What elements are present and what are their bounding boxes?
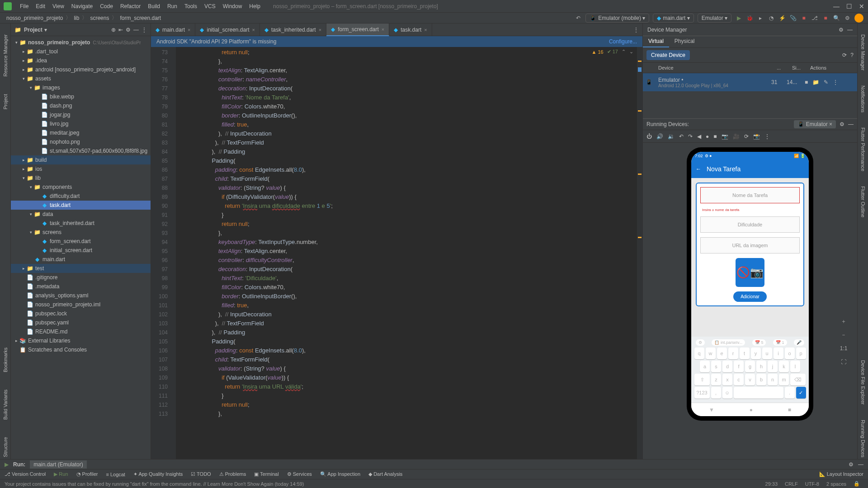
tab-flutter-performance[interactable]: Flutter Performance — [860, 126, 866, 173]
keyboard-key[interactable]: i — [774, 347, 783, 359]
menu-edit[interactable]: Edit — [32, 3, 49, 9]
zoom-out-icon[interactable]: － — [839, 330, 848, 339]
maximize-icon[interactable]: ☐ — [846, 3, 852, 10]
bottom-tab-app-quality-insights[interactable]: ✦ App Quality Insights — [133, 471, 183, 477]
keyboard-key[interactable]: z — [711, 374, 721, 385]
keyboard-key[interactable]: ?123 — [694, 387, 710, 399]
bottom-tab-app-inspection[interactable]: 🔍 App Inspection — [320, 471, 360, 477]
tree-item[interactable]: 📄dash.png — [11, 101, 151, 110]
tab-flutter-outline[interactable]: Flutter Outline — [860, 184, 866, 219]
keyboard-key[interactable]: o — [785, 347, 795, 359]
tree-item[interactable]: ▾📁images — [11, 83, 151, 92]
phone-input-url[interactable]: URL da imagem — [700, 237, 800, 253]
tab-bookmarks[interactable]: Bookmarks — [3, 346, 8, 374]
git-icon[interactable]: ⎇ — [811, 14, 818, 22]
line-separator[interactable]: CRLF — [781, 481, 802, 487]
tree-item[interactable]: ▾📁lib — [11, 174, 151, 183]
encoding[interactable]: UTF-8 — [802, 481, 823, 487]
menu-run[interactable]: Run — [164, 3, 181, 9]
gear-icon[interactable]: ⚙ — [849, 461, 854, 468]
keyboard-key[interactable]: f — [734, 361, 744, 372]
tree-item[interactable]: ◆initial_screen.dart — [11, 246, 151, 255]
keyboard-key[interactable]: j — [768, 361, 778, 372]
device-selector[interactable]: 📱Emulator (mobile) ▾ — [585, 14, 649, 23]
tree-item[interactable]: ▾📁screens — [11, 228, 151, 237]
project-tree[interactable]: ▾📁 nosso_primeiro_projeto C:\Users\Otavi… — [11, 36, 151, 459]
keyboard-key[interactable]: a — [700, 361, 710, 372]
tree-item[interactable]: 📄meditar.jpeg — [11, 128, 151, 137]
hide-icon[interactable]: — — [847, 27, 853, 33]
volume-up-icon[interactable]: 🔊 — [656, 133, 663, 140]
menu-file[interactable]: File — [16, 3, 32, 9]
create-device-button[interactable]: Create Device — [646, 50, 690, 60]
close-icon[interactable]: ✕ — [859, 3, 864, 10]
tree-item[interactable]: 📄pubspec.yaml — [11, 318, 151, 327]
menu-tools[interactable]: Tools — [181, 3, 201, 9]
tree-item[interactable]: 📄README.md — [11, 327, 151, 336]
tree-item[interactable]: ▸📁.idea — [11, 56, 151, 65]
tree-item[interactable]: 📄bike.webp — [11, 92, 151, 101]
tree-item[interactable]: ◆main.dart — [11, 255, 151, 264]
tree-item[interactable]: 📄.metadata — [11, 282, 151, 291]
tree-item[interactable]: 📄pubspec.lock — [11, 309, 151, 318]
keyboard-key[interactable]: r — [728, 347, 738, 359]
tree-item[interactable]: ◆task.dart — [11, 201, 151, 210]
tree-item[interactable]: ◆difficulty.dart — [11, 192, 151, 201]
menu-refactor[interactable]: Refactor — [117, 3, 144, 9]
run-icon[interactable]: ▶ — [735, 14, 742, 22]
menu-vcs[interactable]: VCS — [201, 3, 219, 9]
record-icon[interactable]: 🎥 — [733, 133, 740, 140]
phone-input-name[interactable]: Nome da Tarefa — [700, 187, 800, 203]
configure-link[interactable]: Configure... — [609, 38, 637, 45]
zoom-reset-icon[interactable]: 1:1 — [839, 344, 848, 353]
run-config[interactable]: main.dart (Emulator) — [30, 460, 86, 469]
snapshot-icon[interactable]: 📸 — [753, 133, 760, 140]
keyboard-key[interactable]: c — [734, 374, 744, 385]
editor-tab[interactable]: ◆task.dart× — [389, 23, 432, 36]
menu-view[interactable]: View — [49, 3, 68, 9]
inspection-summary[interactable]: ▲ 16 ✔ 17 ⌃⌄ — [591, 49, 633, 55]
hide-icon[interactable]: — — [133, 27, 139, 33]
bottom-tab-todo[interactable]: ☑ TODO — [191, 471, 211, 477]
tree-item[interactable]: ▾📁assets — [11, 74, 151, 83]
breadcrumb-part[interactable]: screens — [88, 15, 111, 21]
rotate-right-icon[interactable]: ↷ — [688, 133, 693, 140]
editor-tab[interactable]: ◆form_screen.dart× — [326, 23, 389, 36]
tree-item[interactable]: 📄livro.jpg — [11, 119, 151, 128]
indent[interactable]: 2 spaces — [823, 481, 850, 487]
keyboard-key[interactable]: 📋 int.parseIv... — [712, 339, 745, 346]
power-icon[interactable]: ⏻ — [646, 133, 652, 140]
tree-item[interactable]: ▸📁ios — [11, 164, 151, 174]
tree-item[interactable]: ◆task_inherited.dart — [11, 219, 151, 228]
tree-external[interactable]: ▸📚 External Libraries — [11, 336, 151, 345]
keyboard-key[interactable]: v — [745, 374, 755, 385]
more-icon[interactable]: ⋮ — [142, 27, 147, 33]
keyboard-key[interactable]: x — [722, 374, 732, 385]
keyboard-key[interactable]: u — [762, 347, 772, 359]
tree-item[interactable]: 📄jogar.jpg — [11, 110, 151, 119]
bottom-tab-services[interactable]: ⚙ Services — [287, 471, 312, 477]
bottom-tab-profiler[interactable]: ◔ Profiler — [76, 471, 98, 477]
keyboard-key[interactable]: t — [740, 347, 750, 359]
tree-item[interactable]: ◆form_screen.dart — [11, 237, 151, 246]
error-stripe[interactable] — [637, 47, 642, 459]
target-icon[interactable]: ⊕ — [111, 27, 116, 33]
phone-add-button[interactable]: Adicionar — [733, 291, 767, 302]
tree-item[interactable]: 📄st,small,507x507-pad,600x600,f8f8f8.jpg — [11, 146, 151, 155]
keyboard-key[interactable]: s — [711, 361, 721, 372]
tree-item[interactable]: ▸📁build — [11, 155, 151, 164]
folder-icon[interactable]: 📁 — [812, 79, 819, 85]
running-emulator-tab[interactable]: 📱 Emulator × — [794, 120, 836, 128]
menu-help[interactable]: Help — [245, 3, 264, 9]
editor-tab[interactable]: ◆task_inherited.dart× — [260, 23, 326, 36]
keyboard-key[interactable] — [734, 387, 783, 399]
tree-item[interactable]: ▾📁data — [11, 210, 151, 219]
cursor-position[interactable]: 29:33 — [762, 481, 782, 487]
menu-build[interactable]: Build — [144, 3, 164, 9]
bottom-tab-problems[interactable]: ⚠ Problems — [219, 471, 246, 477]
keyboard-key[interactable]: 🎤 — [794, 339, 804, 346]
keyboard-key[interactable]: g — [745, 361, 755, 372]
nav-overview-icon[interactable]: ■ — [788, 407, 791, 413]
tab-physical[interactable]: Physical — [669, 36, 700, 47]
editor-tab[interactable]: ◆initial_screen.dart× — [195, 23, 260, 36]
